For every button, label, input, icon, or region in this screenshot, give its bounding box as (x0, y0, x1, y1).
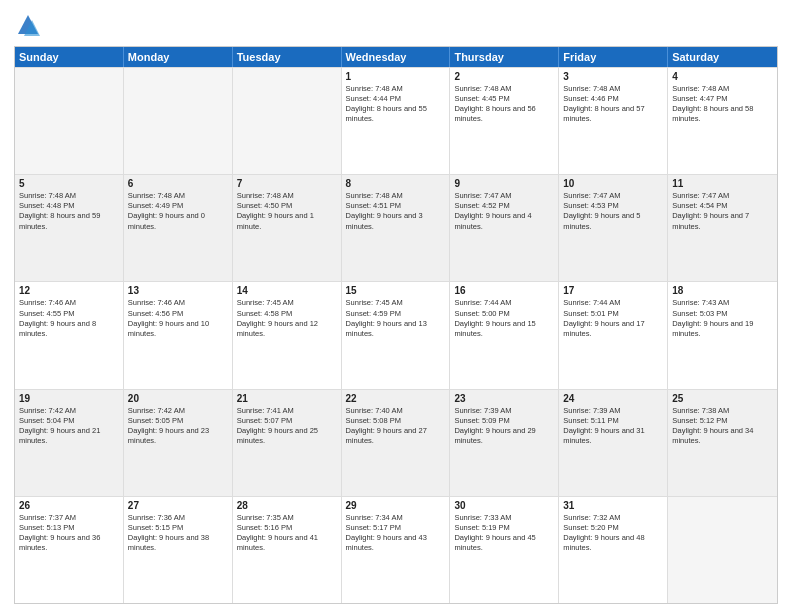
day-info: Sunrise: 7:48 AM Sunset: 4:51 PM Dayligh… (346, 191, 446, 232)
day-number: 28 (237, 500, 337, 511)
calendar-cell: 15Sunrise: 7:45 AM Sunset: 4:59 PM Dayli… (342, 282, 451, 388)
day-number: 14 (237, 285, 337, 296)
calendar-cell: 3Sunrise: 7:48 AM Sunset: 4:46 PM Daylig… (559, 68, 668, 174)
calendar-cell: 10Sunrise: 7:47 AM Sunset: 4:53 PM Dayli… (559, 175, 668, 281)
calendar-cell: 20Sunrise: 7:42 AM Sunset: 5:05 PM Dayli… (124, 390, 233, 496)
calendar-cell: 12Sunrise: 7:46 AM Sunset: 4:55 PM Dayli… (15, 282, 124, 388)
weekday-header: Wednesday (342, 47, 451, 67)
calendar-cell: 9Sunrise: 7:47 AM Sunset: 4:52 PM Daylig… (450, 175, 559, 281)
day-number: 11 (672, 178, 773, 189)
weekday-header: Sunday (15, 47, 124, 67)
calendar-cell (124, 68, 233, 174)
calendar-row: 5Sunrise: 7:48 AM Sunset: 4:48 PM Daylig… (15, 174, 777, 281)
calendar: SundayMondayTuesdayWednesdayThursdayFrid… (14, 46, 778, 604)
day-info: Sunrise: 7:39 AM Sunset: 5:09 PM Dayligh… (454, 406, 554, 447)
day-number: 5 (19, 178, 119, 189)
day-info: Sunrise: 7:42 AM Sunset: 5:05 PM Dayligh… (128, 406, 228, 447)
day-info: Sunrise: 7:48 AM Sunset: 4:49 PM Dayligh… (128, 191, 228, 232)
day-info: Sunrise: 7:38 AM Sunset: 5:12 PM Dayligh… (672, 406, 773, 447)
calendar-cell (15, 68, 124, 174)
calendar-cell: 18Sunrise: 7:43 AM Sunset: 5:03 PM Dayli… (668, 282, 777, 388)
calendar-cell: 31Sunrise: 7:32 AM Sunset: 5:20 PM Dayli… (559, 497, 668, 603)
calendar-cell: 4Sunrise: 7:48 AM Sunset: 4:47 PM Daylig… (668, 68, 777, 174)
day-info: Sunrise: 7:48 AM Sunset: 4:48 PM Dayligh… (19, 191, 119, 232)
calendar-cell: 1Sunrise: 7:48 AM Sunset: 4:44 PM Daylig… (342, 68, 451, 174)
calendar-cell: 7Sunrise: 7:48 AM Sunset: 4:50 PM Daylig… (233, 175, 342, 281)
day-info: Sunrise: 7:44 AM Sunset: 5:00 PM Dayligh… (454, 298, 554, 339)
day-info: Sunrise: 7:47 AM Sunset: 4:52 PM Dayligh… (454, 191, 554, 232)
day-info: Sunrise: 7:33 AM Sunset: 5:19 PM Dayligh… (454, 513, 554, 554)
calendar-cell: 5Sunrise: 7:48 AM Sunset: 4:48 PM Daylig… (15, 175, 124, 281)
day-number: 12 (19, 285, 119, 296)
day-number: 2 (454, 71, 554, 82)
logo-icon (14, 12, 42, 40)
calendar-cell: 29Sunrise: 7:34 AM Sunset: 5:17 PM Dayli… (342, 497, 451, 603)
day-info: Sunrise: 7:47 AM Sunset: 4:54 PM Dayligh… (672, 191, 773, 232)
day-number: 13 (128, 285, 228, 296)
day-info: Sunrise: 7:42 AM Sunset: 5:04 PM Dayligh… (19, 406, 119, 447)
day-number: 4 (672, 71, 773, 82)
calendar-cell: 17Sunrise: 7:44 AM Sunset: 5:01 PM Dayli… (559, 282, 668, 388)
day-info: Sunrise: 7:48 AM Sunset: 4:46 PM Dayligh… (563, 84, 663, 125)
logo (14, 12, 46, 40)
day-info: Sunrise: 7:46 AM Sunset: 4:55 PM Dayligh… (19, 298, 119, 339)
day-number: 18 (672, 285, 773, 296)
calendar-cell: 19Sunrise: 7:42 AM Sunset: 5:04 PM Dayli… (15, 390, 124, 496)
day-number: 8 (346, 178, 446, 189)
day-number: 21 (237, 393, 337, 404)
calendar-cell: 21Sunrise: 7:41 AM Sunset: 5:07 PM Dayli… (233, 390, 342, 496)
calendar-row: 19Sunrise: 7:42 AM Sunset: 5:04 PM Dayli… (15, 389, 777, 496)
day-number: 31 (563, 500, 663, 511)
day-number: 16 (454, 285, 554, 296)
calendar-cell (668, 497, 777, 603)
day-number: 7 (237, 178, 337, 189)
day-info: Sunrise: 7:44 AM Sunset: 5:01 PM Dayligh… (563, 298, 663, 339)
calendar-cell (233, 68, 342, 174)
day-info: Sunrise: 7:41 AM Sunset: 5:07 PM Dayligh… (237, 406, 337, 447)
day-info: Sunrise: 7:36 AM Sunset: 5:15 PM Dayligh… (128, 513, 228, 554)
calendar-cell: 22Sunrise: 7:40 AM Sunset: 5:08 PM Dayli… (342, 390, 451, 496)
weekday-header: Monday (124, 47, 233, 67)
day-info: Sunrise: 7:45 AM Sunset: 4:59 PM Dayligh… (346, 298, 446, 339)
weekday-header: Thursday (450, 47, 559, 67)
page: SundayMondayTuesdayWednesdayThursdayFrid… (0, 0, 792, 612)
day-info: Sunrise: 7:40 AM Sunset: 5:08 PM Dayligh… (346, 406, 446, 447)
header (14, 12, 778, 40)
day-info: Sunrise: 7:47 AM Sunset: 4:53 PM Dayligh… (563, 191, 663, 232)
calendar-cell: 26Sunrise: 7:37 AM Sunset: 5:13 PM Dayli… (15, 497, 124, 603)
day-number: 19 (19, 393, 119, 404)
calendar-cell: 28Sunrise: 7:35 AM Sunset: 5:16 PM Dayli… (233, 497, 342, 603)
calendar-row: 1Sunrise: 7:48 AM Sunset: 4:44 PM Daylig… (15, 67, 777, 174)
calendar-cell: 6Sunrise: 7:48 AM Sunset: 4:49 PM Daylig… (124, 175, 233, 281)
day-info: Sunrise: 7:35 AM Sunset: 5:16 PM Dayligh… (237, 513, 337, 554)
day-info: Sunrise: 7:34 AM Sunset: 5:17 PM Dayligh… (346, 513, 446, 554)
day-info: Sunrise: 7:48 AM Sunset: 4:50 PM Dayligh… (237, 191, 337, 232)
calendar-row: 12Sunrise: 7:46 AM Sunset: 4:55 PM Dayli… (15, 281, 777, 388)
calendar-cell: 8Sunrise: 7:48 AM Sunset: 4:51 PM Daylig… (342, 175, 451, 281)
calendar-cell: 30Sunrise: 7:33 AM Sunset: 5:19 PM Dayli… (450, 497, 559, 603)
day-number: 22 (346, 393, 446, 404)
day-info: Sunrise: 7:48 AM Sunset: 4:44 PM Dayligh… (346, 84, 446, 125)
calendar-cell: 25Sunrise: 7:38 AM Sunset: 5:12 PM Dayli… (668, 390, 777, 496)
day-info: Sunrise: 7:48 AM Sunset: 4:45 PM Dayligh… (454, 84, 554, 125)
day-number: 27 (128, 500, 228, 511)
weekday-header: Saturday (668, 47, 777, 67)
day-number: 30 (454, 500, 554, 511)
day-number: 24 (563, 393, 663, 404)
day-info: Sunrise: 7:32 AM Sunset: 5:20 PM Dayligh… (563, 513, 663, 554)
day-number: 29 (346, 500, 446, 511)
day-number: 23 (454, 393, 554, 404)
day-number: 25 (672, 393, 773, 404)
day-number: 15 (346, 285, 446, 296)
day-info: Sunrise: 7:37 AM Sunset: 5:13 PM Dayligh… (19, 513, 119, 554)
day-info: Sunrise: 7:48 AM Sunset: 4:47 PM Dayligh… (672, 84, 773, 125)
calendar-cell: 13Sunrise: 7:46 AM Sunset: 4:56 PM Dayli… (124, 282, 233, 388)
calendar-row: 26Sunrise: 7:37 AM Sunset: 5:13 PM Dayli… (15, 496, 777, 603)
day-number: 17 (563, 285, 663, 296)
calendar-cell: 14Sunrise: 7:45 AM Sunset: 4:58 PM Dayli… (233, 282, 342, 388)
calendar-cell: 27Sunrise: 7:36 AM Sunset: 5:15 PM Dayli… (124, 497, 233, 603)
calendar-cell: 16Sunrise: 7:44 AM Sunset: 5:00 PM Dayli… (450, 282, 559, 388)
calendar-cell: 11Sunrise: 7:47 AM Sunset: 4:54 PM Dayli… (668, 175, 777, 281)
day-info: Sunrise: 7:45 AM Sunset: 4:58 PM Dayligh… (237, 298, 337, 339)
day-info: Sunrise: 7:39 AM Sunset: 5:11 PM Dayligh… (563, 406, 663, 447)
